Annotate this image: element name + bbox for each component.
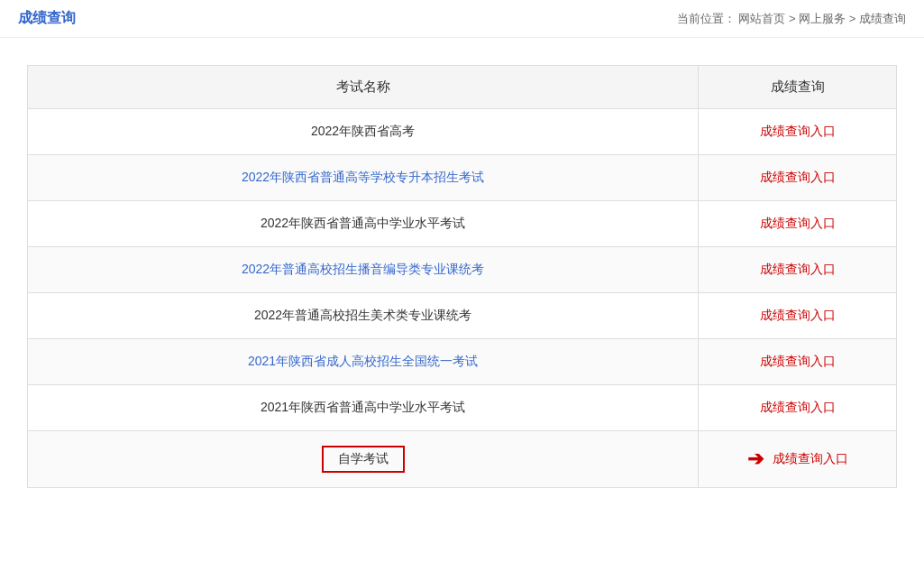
- breadcrumb-sep1: >: [789, 12, 799, 25]
- table-row: 2022年陕西省高考成绩查询入口: [28, 109, 897, 155]
- exam-name-plain: 2021年陕西省普通高中学业水平考试: [28, 385, 699, 431]
- score-query-link[interactable]: 成绩查询入口: [760, 216, 836, 230]
- breadcrumb-prefix: 当前位置：: [677, 12, 736, 25]
- table-row: 2022年陕西省普通高等学校专升本招生考试成绩查询入口: [28, 155, 897, 201]
- main-content: 考试名称 成绩查询 2022年陕西省高考成绩查询入口2022年陕西省普通高等学校…: [0, 38, 924, 506]
- score-query-cell: 成绩查询入口: [699, 293, 897, 339]
- breadcrumb-sep2: >: [849, 12, 859, 25]
- breadcrumb-home[interactable]: 网站首页: [738, 12, 785, 25]
- score-query-link[interactable]: 成绩查询入口: [760, 354, 836, 368]
- exam-name-selftest: 自学考试: [28, 431, 699, 488]
- table-row: 2022年普通高校招生美术类专业课统考成绩查询入口: [28, 293, 897, 339]
- table-header-row: 考试名称 成绩查询: [28, 66, 897, 109]
- table-row: 自学考试➔成绩查询入口: [28, 431, 897, 488]
- score-query-cell-selftest: ➔成绩查询入口: [699, 431, 897, 488]
- selftest-label: 自学考试: [322, 446, 405, 473]
- exam-name-plain: 2022年陕西省高考: [28, 109, 699, 155]
- score-query-link[interactable]: 成绩查询入口: [760, 308, 836, 322]
- score-query-cell: 成绩查询入口: [699, 339, 897, 385]
- exam-name-blue: 2022年普通高校招生播音编导类专业课统考: [28, 247, 699, 293]
- arrow-icon: ➔: [747, 447, 764, 471]
- score-query-cell: 成绩查询入口: [699, 155, 897, 201]
- breadcrumb-current: 成绩查询: [859, 12, 906, 25]
- page-title: 成绩查询: [18, 9, 76, 28]
- score-query-cell: 成绩查询入口: [699, 109, 897, 155]
- score-query-link[interactable]: 成绩查询入口: [760, 400, 836, 414]
- table-row: 2022年陕西省普通高中学业水平考试成绩查询入口: [28, 201, 897, 247]
- exam-name-plain: 2022年普通高校招生美术类专业课统考: [28, 293, 699, 339]
- table-row: 2022年普通高校招生播音编导类专业课统考成绩查询入口: [28, 247, 897, 293]
- score-query-link[interactable]: 成绩查询入口: [760, 262, 836, 276]
- score-query-link[interactable]: 成绩查询入口: [760, 170, 836, 184]
- breadcrumb-service[interactable]: 网上服务: [799, 12, 846, 25]
- table-row: 2021年陕西省成人高校招生全国统一考试成绩查询入口: [28, 339, 897, 385]
- col-score-query: 成绩查询: [699, 66, 897, 109]
- page-header: 成绩查询 当前位置： 网站首页 > 网上服务 > 成绩查询: [0, 0, 924, 38]
- score-query-link[interactable]: 成绩查询入口: [773, 451, 848, 467]
- breadcrumb: 当前位置： 网站首页 > 网上服务 > 成绩查询: [677, 11, 906, 27]
- table-row: 2021年陕西省普通高中学业水平考试成绩查询入口: [28, 385, 897, 431]
- score-query-cell: 成绩查询入口: [699, 247, 897, 293]
- results-table: 考试名称 成绩查询 2022年陕西省高考成绩查询入口2022年陕西省普通高等学校…: [27, 65, 897, 488]
- col-exam-name: 考试名称: [28, 66, 699, 109]
- exam-name-plain: 2022年陕西省普通高中学业水平考试: [28, 201, 699, 247]
- exam-name-blue: 2022年陕西省普通高等学校专升本招生考试: [28, 155, 699, 201]
- score-query-cell: 成绩查询入口: [699, 201, 897, 247]
- exam-name-blue: 2021年陕西省成人高校招生全国统一考试: [28, 339, 699, 385]
- score-query-link[interactable]: 成绩查询入口: [760, 124, 836, 138]
- score-query-cell: 成绩查询入口: [699, 385, 897, 431]
